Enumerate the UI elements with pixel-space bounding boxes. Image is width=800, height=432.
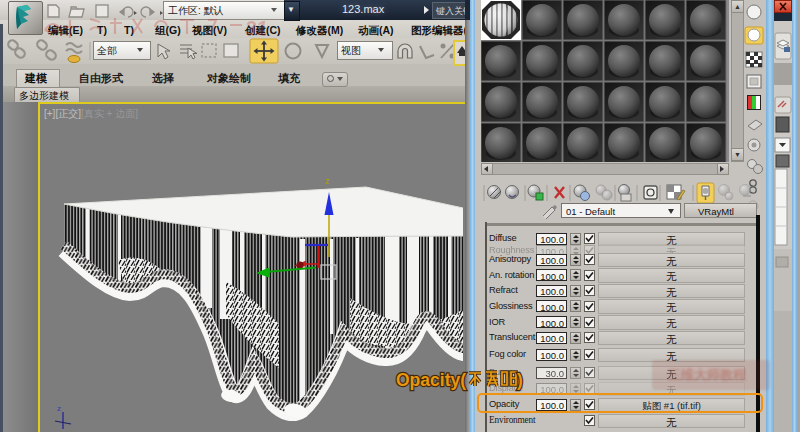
svg-text:Opacity(: Opacity( <box>396 370 466 390</box>
svg-text:z: z <box>57 404 61 413</box>
svg-text:z: z <box>325 176 330 186</box>
svg-text:31: 31 <box>245 17 267 39</box>
svg-text:): ) <box>517 370 523 390</box>
